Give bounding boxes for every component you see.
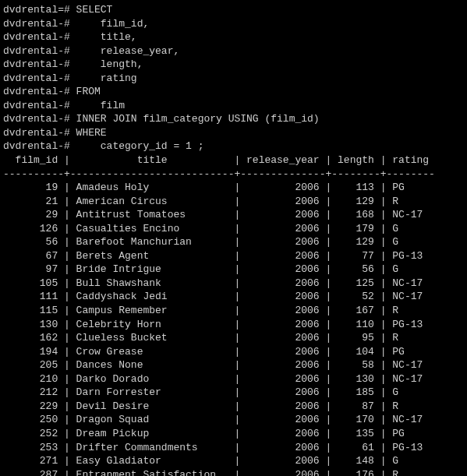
terminal-output: dvdrental=# SELECT dvdrental-# film_id, … xyxy=(3,3,464,476)
